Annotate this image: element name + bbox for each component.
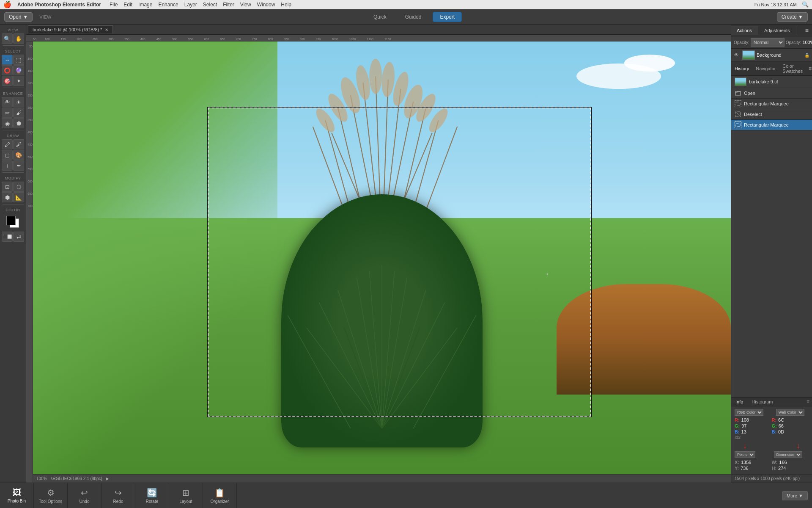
tool-options-icon: ⚙ xyxy=(47,488,55,498)
expert-mode-button[interactable]: Expert xyxy=(433,12,462,22)
crop-tool[interactable]: ⊡ xyxy=(2,182,13,192)
sponge-tool[interactable]: ⬟ xyxy=(13,118,24,128)
autumn-trees xyxy=(557,284,731,395)
history-more-button[interactable]: ≡ xyxy=(806,66,812,72)
marquee-tool[interactable]: ⬚ xyxy=(13,55,24,65)
grass-clump xyxy=(256,86,508,447)
quick-select-tool[interactable]: 🎯 xyxy=(2,76,13,86)
menu-window[interactable]: Window xyxy=(257,2,275,8)
canvas-tab[interactable]: burkelake 9.tif @ 100% (RGB/8) * ✕ xyxy=(28,25,113,33)
tool-options-button[interactable]: ⚙ Tool Options xyxy=(34,483,68,508)
photo-bin-label: Photo Bin xyxy=(8,499,26,503)
tab-close-button[interactable]: ✕ xyxy=(105,28,108,32)
layer-controls: Opacity: Normal Opacity: 100% xyxy=(731,36,812,49)
divider-1 xyxy=(3,45,24,46)
open-button[interactable]: Open ▼ xyxy=(4,12,33,22)
magic-wand-tool[interactable]: 🔮 xyxy=(13,65,24,75)
color-swatches-tab[interactable]: Color Swatches xyxy=(779,62,806,75)
zoom-tool[interactable]: 🔍 xyxy=(2,33,13,44)
eye-tool[interactable]: 👁 xyxy=(2,97,13,107)
info-web-values: R: 6C G: 66 B: 0D xyxy=(772,417,809,434)
guided-mode-button[interactable]: Guided xyxy=(398,12,429,22)
create-button[interactable]: Create ▼ xyxy=(777,12,808,22)
eraser-tool[interactable]: ◻ xyxy=(2,150,13,160)
canvas-area: burkelake 9.tif @ 100% (RGB/8) * ✕ 50 10… xyxy=(26,25,731,483)
lasso-tool[interactable]: ⭕ xyxy=(2,65,13,75)
modify-section-label: MODIFY xyxy=(5,176,21,180)
blur-tool[interactable]: ◉ xyxy=(2,118,13,128)
photo-bin-button[interactable]: 🖼 Photo Bin xyxy=(0,483,34,508)
healing-tool[interactable]: 🖌 xyxy=(13,108,24,118)
text-tool[interactable]: T xyxy=(2,160,13,171)
history-icon-3 xyxy=(735,111,741,118)
web-mode-select[interactable]: Web Color xyxy=(776,409,804,416)
w-value: 166 xyxy=(779,460,787,465)
menu-file[interactable]: File xyxy=(110,2,118,8)
history-item-4[interactable]: Rectangular Marquee xyxy=(731,120,812,130)
rotate-button[interactable]: 🔄 Rotate xyxy=(135,483,169,508)
smart-brush-tool[interactable]: ✦ xyxy=(13,76,24,86)
organizer-button[interactable]: 📋 Organizer xyxy=(203,483,237,508)
menu-layer[interactable]: Layer xyxy=(184,2,197,8)
brush-tool[interactable]: 🖊 xyxy=(2,139,13,149)
pixels-unit-select[interactable]: Pixels xyxy=(735,451,755,458)
hand-tool[interactable]: ✋ xyxy=(13,33,24,44)
dimension-unit-select[interactable]: Dimension xyxy=(774,451,802,458)
recompose-tool[interactable]: ⬢ xyxy=(2,192,13,202)
impressionist-tool[interactable]: 🖋 xyxy=(13,139,24,149)
pencil-tool[interactable]: ✒ xyxy=(13,160,24,171)
apple-menu[interactable]: 🍎 xyxy=(3,1,11,8)
foreground-color-swatch[interactable] xyxy=(6,216,16,225)
swap-colors-button[interactable]: ⇄ xyxy=(13,232,24,242)
straighten-tool[interactable]: 📐 xyxy=(13,192,24,202)
undo-button[interactable]: ↩ Undo xyxy=(68,483,102,508)
history-text-3: Deselect xyxy=(744,112,762,117)
history-item-0[interactable]: burkelake 9.tif xyxy=(731,76,812,88)
paint-bucket-tool[interactable]: 🎨 xyxy=(13,150,24,160)
clone-tool[interactable]: ✏ xyxy=(2,108,13,118)
history-item-2[interactable]: Rectangular Marquee xyxy=(731,99,812,109)
menu-select[interactable]: Select xyxy=(203,2,217,8)
view-tools: 🔍 ✋ xyxy=(2,33,24,44)
whiten-tool[interactable]: ☀ xyxy=(13,97,24,107)
redo-button[interactable]: ↪ Redo xyxy=(102,483,135,508)
svg-line-26 xyxy=(357,277,382,428)
histogram-tab[interactable]: Histogram xyxy=(747,398,777,406)
menu-view[interactable]: View xyxy=(240,2,251,8)
info-tab[interactable]: Info xyxy=(731,398,747,406)
history-tab[interactable]: History xyxy=(731,64,752,73)
actions-tab[interactable]: Actions xyxy=(731,26,758,35)
select-tools-3: 🎯 ✦ xyxy=(2,76,24,86)
menu-edit[interactable]: Edit xyxy=(123,2,132,8)
menu-enhance[interactable]: Enhance xyxy=(158,2,178,8)
adjustments-tab[interactable]: Adjustments xyxy=(758,26,796,35)
cookie-cutter-tool[interactable]: ⬡ xyxy=(13,182,24,192)
actions-more-button[interactable]: ≡ xyxy=(802,27,812,34)
menu-help[interactable]: Help xyxy=(281,2,291,8)
layer-item-background[interactable]: 👁 Background 🔒 xyxy=(731,49,812,62)
ruler-mark: 250 xyxy=(93,38,98,41)
info-more-button[interactable]: ≡ xyxy=(804,399,812,405)
canvas-image-area[interactable]: + 100% sRGB IEC61966-2.1 (8bpc) ▶ xyxy=(33,41,731,483)
menu-image[interactable]: Image xyxy=(138,2,152,8)
layout-button[interactable]: ⊞ Layout xyxy=(169,483,203,508)
svg-line-24 xyxy=(319,303,382,428)
blend-mode-select[interactable]: Normal xyxy=(751,38,785,47)
quick-mode-button[interactable]: Quick xyxy=(366,12,394,22)
profile-expand[interactable]: ▶ xyxy=(106,476,109,481)
history-item-1[interactable]: Open xyxy=(731,88,812,99)
search-icon[interactable]: 🔍 xyxy=(802,1,809,8)
ruler-mark: 850 xyxy=(284,38,289,41)
default-colors-button[interactable]: ⬛⬜ xyxy=(2,232,13,242)
history-item-3[interactable]: Deselect xyxy=(731,109,812,120)
move-tool[interactable]: ↔ xyxy=(2,55,13,65)
opacity-value: 100% xyxy=(802,40,812,45)
history-tab-bar: History Navigator Color Swatches ≡ xyxy=(731,62,812,76)
color-profile: sRGB IEC61966-2.1 (8bpc) xyxy=(51,476,102,481)
enhance-section-label: ENHANCE xyxy=(3,91,23,96)
layer-visibility-icon[interactable]: 👁 xyxy=(734,52,741,58)
navigator-tab[interactable]: Navigator xyxy=(752,64,779,73)
more-button[interactable]: More ▼ xyxy=(782,491,808,500)
menu-filter[interactable]: Filter xyxy=(223,2,234,8)
rgb-mode-select[interactable]: RGB Color xyxy=(735,409,763,416)
